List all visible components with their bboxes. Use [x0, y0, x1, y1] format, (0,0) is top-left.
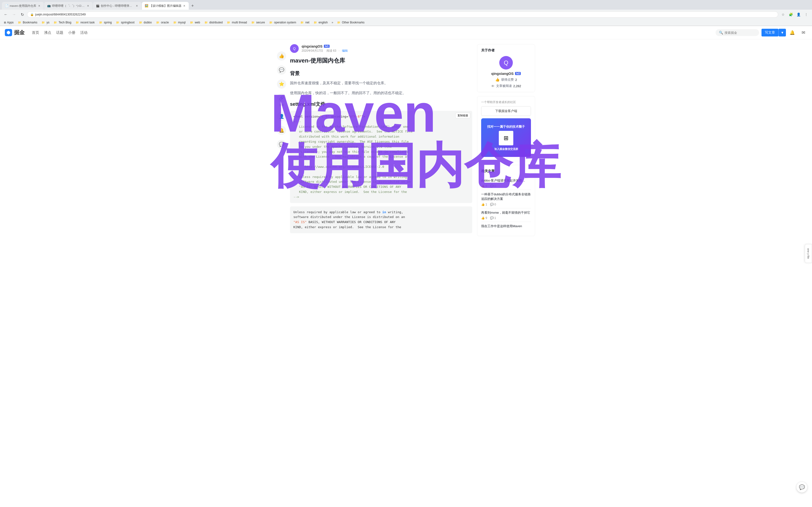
bookmark-ys-label: ys	[46, 21, 49, 24]
bookmarks-overflow[interactable]: »	[330, 20, 335, 25]
share-action[interactable]: 🔗 分享	[277, 94, 286, 107]
qr-sub: 加入掘金微信交流群	[492, 147, 520, 151]
float-chat-button[interactable]: 💬	[797, 482, 807, 493]
star-icon: ⭐	[277, 79, 286, 89]
comment-action[interactable]: 💬	[277, 65, 286, 74]
folder-icon-web: 📁	[190, 21, 193, 24]
tab-title-1: maven-使用国内仓库	[10, 4, 36, 8]
tab-bar: 📄 maven-使用国内仓库 × 📺 哔哩哔哩（゜-゜）つロ 干杯~~-bi..…	[0, 0, 812, 10]
file-sidebar-item[interactable]: one y file	[806, 246, 811, 261]
folder-icon-bookmarks: 📁	[18, 21, 21, 24]
bookmark-secure-label: secure	[256, 21, 265, 24]
write-dropdown[interactable]: ▼	[778, 29, 786, 37]
search-input[interactable]	[724, 31, 756, 35]
tab-close-3[interactable]: ×	[135, 4, 138, 8]
tab-close-1[interactable]: ×	[38, 4, 41, 8]
related-comments-2: 💬 0	[490, 203, 496, 206]
code-block-2: Unless required by applicable law or agr…	[290, 207, 472, 233]
browser-tab-1[interactable]: 📄 maven-使用国内仓库 ×	[2, 2, 44, 10]
site-logo[interactable]: 掘金	[5, 29, 24, 36]
about-author-card: 关于作者 Q qingxiangOS lv2 👍 获得点赞 2 👁 文章被阅读	[477, 44, 535, 92]
author-name-row: qingxiangOS lv1	[302, 44, 348, 48]
nav-hot[interactable]: 沸点	[44, 30, 51, 36]
copy-code-button[interactable]: 复制链接	[455, 113, 470, 118]
related-item-4[interactable]: 我在工作中是这样使用Maven	[481, 222, 531, 232]
download-client-button[interactable]: 下载掘金客户端	[481, 106, 531, 116]
edit-link[interactable]: 编辑	[342, 49, 348, 52]
bookmark-multithread[interactable]: 📁 multi thread	[225, 20, 249, 25]
folder-icon-techblog: 📁	[54, 21, 57, 24]
bookmark-operation-system[interactable]: 📁 operation system	[267, 20, 298, 25]
refresh-button[interactable]: ↻	[19, 11, 26, 18]
code-content-2: Unless required by applicable law or agr…	[293, 210, 469, 230]
star-action[interactable]: ⭐	[277, 79, 286, 89]
bookmark-star-button[interactable]: ☆	[779, 11, 786, 18]
back-button[interactable]: ←	[2, 11, 9, 18]
header-search: 🔍 写文章 ▼ 🔔 ✉	[716, 29, 807, 37]
tab-close-2[interactable]: ×	[87, 4, 89, 8]
like-icon-small-2: 👍	[481, 203, 485, 206]
bookmark-other[interactable]: 📁 Other Bookmarks	[335, 20, 366, 25]
nav-activity[interactable]: 活动	[80, 30, 88, 36]
bookmark-techblog[interactable]: 📁 Tech Blog	[52, 20, 73, 25]
profile-button[interactable]: 👤	[795, 11, 802, 18]
bookmark-dubbo[interactable]: 📁 dubbo	[137, 20, 154, 25]
write-article-button[interactable]: 写文章	[761, 29, 778, 37]
header-icons: 🔔 ✉	[788, 29, 807, 37]
bookmark-distributed[interactable]: 📁 distributed	[203, 20, 224, 25]
bookmark-springboot[interactable]: 📁 springboot	[114, 20, 136, 25]
eye-icon: 👁	[491, 84, 495, 88]
messages-icon[interactable]: ✉	[800, 29, 807, 37]
nav-home[interactable]: 首页	[32, 30, 39, 36]
related-title-2: 一种基于dubbo的分布式服务全链路追踪的解决方案	[481, 192, 531, 201]
extensions-button[interactable]: 🧩	[788, 11, 794, 18]
bookmark-secure[interactable]: 📁 secure	[249, 20, 267, 25]
nav-booklet[interactable]: 小册	[68, 30, 75, 36]
article-para-2: 使用国内仓库，快的话，一般回不了。用的回不了。用的的话也不稳定。	[290, 90, 472, 96]
apps-icon: ⊞	[4, 21, 6, 24]
author-action[interactable]: 👤	[277, 112, 286, 121]
related-item-3[interactable]: 再看到mvnw，就毫不留情的干掉它 👍 9 💬 1	[481, 208, 531, 222]
comment-icon-small-1: 💬	[490, 184, 494, 188]
bookmark-ys[interactable]: 📁 ys	[40, 20, 51, 25]
bookmark-bookmarks[interactable]: 📁 Bookmarks	[16, 20, 39, 25]
notification-bell[interactable]: 🔔	[788, 29, 796, 37]
likes-value: 2	[515, 78, 517, 81]
like-action[interactable]: 👍	[277, 51, 286, 61]
bookmark-english[interactable]: 📁 english	[312, 20, 329, 25]
related-title-1: dubbo-客户端请求发起并发数...	[481, 178, 531, 183]
bookmark-mysql[interactable]: 📁 mysql	[171, 20, 188, 25]
bookmark-web[interactable]: 📁 web	[188, 20, 202, 25]
bookmark-recent-task[interactable]: 📁 recent task	[74, 20, 97, 25]
menu-button[interactable]: ⋮	[803, 11, 810, 18]
folder-icon-other: 📁	[337, 21, 341, 24]
author-details: qingxiangOS lv1 2020年04月17日 阅读 63 · 编辑	[302, 44, 348, 53]
folder-icon-oracle: 📁	[156, 21, 159, 24]
nav-topic[interactable]: 话题	[56, 30, 63, 36]
notify-action[interactable]: 🔔	[277, 126, 286, 135]
wechat-action[interactable]: 💬	[277, 140, 286, 149]
article-author-info: Q qingxiangOS lv1 2020年04月17日 阅读 63	[290, 44, 472, 53]
search-box[interactable]: 🔍	[716, 29, 759, 36]
tab-title-4: 【设计模板】图片编辑器	[150, 4, 182, 8]
forward-button[interactable]: →	[11, 11, 17, 18]
address-bar[interactable]: 🔒 juejin.im/post/6844904130532622349	[27, 11, 778, 18]
code-content: <?xml version="1.0" encoding="UTF-8"?> <…	[293, 114, 469, 200]
sidebar-author-name-text: qingxiangOS	[491, 71, 514, 75]
related-likes-2: 👍 1	[481, 203, 487, 206]
bookmark-net[interactable]: 📁 net	[298, 20, 311, 25]
related-item-1[interactable]: dubbo-客户端请求发起并发数... 👍 0 💬 0	[481, 176, 531, 190]
browser-tab-2[interactable]: 📺 哔哩哔哩（゜-゜）つロ 干杯~~-bi... ×	[44, 2, 93, 10]
bookmark-apps[interactable]: ⊞ Apps	[2, 20, 15, 25]
browser-tab-3[interactable]: 🎬 创作中心 - 哔哩哔哩弹幕视频网... ×	[93, 2, 141, 10]
bookmark-spring[interactable]: 📁 spring	[97, 20, 114, 25]
bookmark-oracle[interactable]: 📁 oracle	[154, 20, 171, 25]
stat-reads: 👁 文章被阅读 2,282	[491, 84, 521, 88]
article-actions: 👍 💬 ⭐ 🔗 分享 👤 🔔 💬	[277, 44, 286, 240]
code-block: 复制链接 <?xml version="1.0" encoding="UTF-8…	[290, 111, 472, 203]
new-tab-button[interactable]: +	[189, 2, 196, 9]
tab-close-4[interactable]: ×	[183, 4, 186, 8]
browser-tab-4[interactable]: 🖼️ 【设计模板】图片编辑器 ×	[142, 2, 189, 10]
related-likes-1: 👍 0	[481, 184, 487, 188]
related-item-2[interactable]: 一种基于dubbo的分布式服务全链路追踪的解决方案 👍 1 💬 0	[481, 190, 531, 208]
